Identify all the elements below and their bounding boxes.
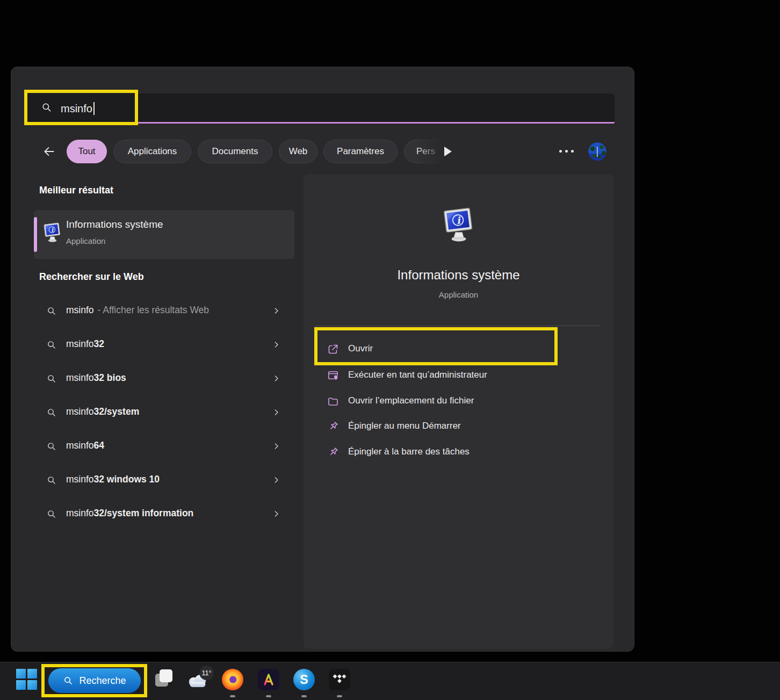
task-view-button[interactable] [160, 669, 172, 682]
search-icon [46, 340, 57, 352]
skype-icon[interactable]: S [293, 669, 315, 690]
chevron-right-icon[interactable] [272, 340, 281, 351]
search-query-text: msinfo [61, 103, 92, 115]
desktop: msinfo Tout Applications Documents Web P… [0, 0, 780, 700]
start-button[interactable] [16, 669, 38, 690]
web-suggestion[interactable]: msinfo32/system [34, 399, 294, 426]
search-icon [46, 373, 57, 386]
user-avatar[interactable] [588, 142, 606, 161]
search-icon [63, 675, 74, 686]
divider [316, 326, 601, 326]
suggestion-text: msinfo64 [66, 440, 104, 451]
action-pin-to-start[interactable]: Épingler au menu Démarrer [320, 414, 600, 439]
suggestion-text: msinfo32/system information [66, 508, 193, 519]
tab-parametres[interactable]: Paramètres [323, 140, 398, 163]
best-result-heading: Meilleur résultat [39, 185, 113, 196]
run-as-admin-icon [327, 369, 340, 384]
action-open-file-location[interactable]: Ouvrir l’emplacement du fichier [320, 388, 600, 414]
best-result-subtitle: Application [66, 236, 105, 246]
search-icon [41, 102, 53, 116]
firefox-icon[interactable] [222, 669, 243, 690]
search-icon [46, 509, 57, 522]
web-suggestion[interactable]: msinfo32 [34, 331, 294, 358]
web-suggestion[interactable]: msinfo64 [34, 433, 294, 460]
chevron-right-icon[interactable] [272, 475, 281, 487]
running-indicator [266, 695, 271, 697]
detail-app-title: Informations système [304, 268, 613, 283]
best-result-item[interactable] [34, 210, 294, 259]
taskbar-search-button[interactable]: Recherche [48, 668, 141, 693]
search-icon [46, 306, 57, 319]
system-information-app-icon-large: i [440, 207, 476, 245]
suggestion-text: msinfo32 windows 10 [66, 474, 160, 485]
more-options-icon[interactable] [559, 150, 574, 153]
selection-accent-bar [34, 217, 37, 252]
action-open[interactable]: Ouvrir [320, 336, 600, 362]
search-icon [46, 407, 57, 420]
web-suggestion[interactable]: msinfo32/system information [34, 501, 294, 528]
web-suggestion[interactable]: msinfo32 bios [34, 365, 294, 392]
system-information-app-icon: i [42, 222, 62, 245]
text-cursor [93, 102, 95, 115]
suggestion-text: msinfo- Afficher les résultats Web [66, 305, 209, 316]
chevron-right-icon[interactable] [272, 374, 281, 385]
tab-tout[interactable]: Tout [67, 140, 107, 163]
chevron-right-icon[interactable] [272, 442, 281, 453]
adobe-express-icon[interactable] [258, 669, 279, 690]
action-run-as-admin[interactable]: Exécuter en tant qu’administrateur [320, 363, 600, 388]
suggestion-text: msinfo32/system [66, 406, 139, 417]
running-indicator [301, 695, 307, 697]
taskbar-search-label: Recherche [79, 675, 126, 687]
detail-app-subtitle: Application [304, 290, 613, 299]
back-arrow-icon[interactable] [42, 145, 56, 161]
tab-applications[interactable]: Applications [113, 140, 191, 163]
chevron-right-icon[interactable] [272, 306, 281, 317]
web-search-heading: Rechercher sur le Web [39, 271, 144, 283]
action-pin-to-taskbar[interactable]: Épingler à la barre des tâches [320, 439, 600, 465]
web-suggestion[interactable]: msinfo- Afficher les résultats Web [34, 298, 294, 324]
open-external-icon [327, 343, 340, 358]
tab-web[interactable]: Web [279, 140, 317, 163]
pin-icon [327, 420, 340, 435]
suggestion-text: msinfo32 bios [66, 372, 126, 384]
expand-tabs-icon[interactable] [444, 147, 452, 156]
running-indicator [337, 695, 342, 697]
search-icon [46, 441, 57, 454]
search-input[interactable]: msinfo [26, 93, 615, 124]
tidal-icon[interactable] [329, 669, 350, 690]
chevron-right-icon[interactable] [272, 509, 281, 521]
pin-icon [327, 446, 340, 461]
running-indicator [230, 695, 235, 697]
chevron-right-icon[interactable] [272, 408, 281, 419]
suggestion-text: msinfo32 [66, 338, 104, 350]
web-suggestion[interactable]: msinfo32 windows 10 [34, 467, 294, 494]
weather-temperature-badge[interactable]: 11° [199, 666, 214, 680]
best-result-title: Informations système [66, 219, 163, 230]
folder-icon [327, 395, 340, 410]
search-icon [46, 475, 57, 488]
tab-documents[interactable]: Documents [198, 140, 272, 163]
